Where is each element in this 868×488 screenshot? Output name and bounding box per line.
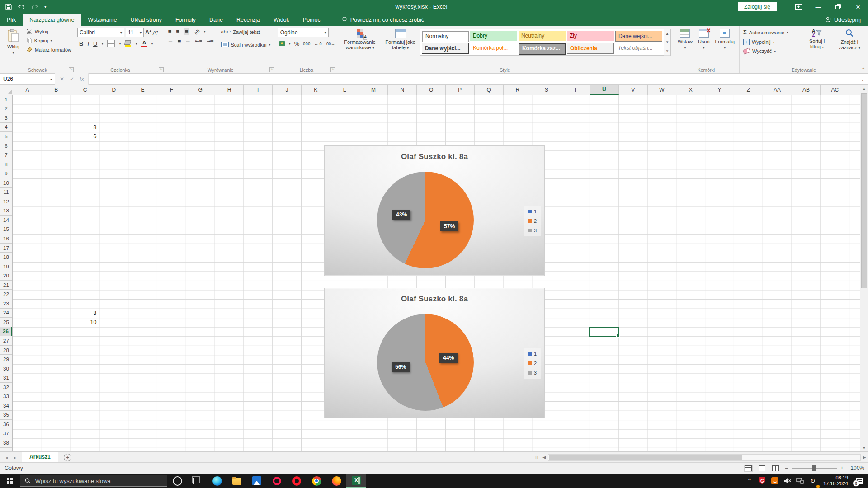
pie-chart-1[interactable]: Olaf Suszko kl. 8a43%57%123: [324, 145, 545, 276]
taskbar-photos[interactable]: [247, 474, 267, 488]
conditional-formatting-button[interactable]: ≠ Formatowaniewarunkowe ▾: [339, 27, 381, 66]
row-header-16[interactable]: 16: [0, 234, 12, 244]
decrease-indent-icon[interactable]: ⇤≡: [195, 38, 202, 44]
align-top-icon[interactable]: ≡: [168, 28, 172, 35]
cell-C5[interactable]: 6: [71, 132, 97, 141]
undo-icon[interactable]: [18, 4, 25, 10]
cell-style-bad[interactable]: Zły: [567, 31, 614, 41]
tab-widok[interactable]: Widok: [267, 14, 296, 26]
grow-font-icon[interactable]: A▴: [145, 29, 151, 36]
scroll-left-icon[interactable]: ◀: [541, 455, 548, 460]
tab-plik[interactable]: Plik: [0, 14, 23, 26]
font-size-combo[interactable]: 11▾: [126, 28, 144, 37]
cell-C4[interactable]: 8: [71, 123, 97, 132]
formula-input[interactable]: [89, 73, 858, 85]
action-center-button[interactable]: 6: [853, 474, 866, 488]
format-cells-button[interactable]: Formatuj ▾: [712, 27, 737, 66]
vertical-scroll-thumb[interactable]: [861, 93, 867, 288]
sheet-prev-icon[interactable]: ◂: [5, 455, 8, 460]
sheet-next-icon[interactable]: ▸: [14, 455, 16, 460]
taskbar-chrome[interactable]: [307, 474, 326, 488]
column-header-I[interactable]: I: [244, 85, 273, 95]
column-header-J[interactable]: J: [273, 85, 302, 95]
column-header-M[interactable]: M: [359, 85, 388, 95]
cell-C25[interactable]: 10: [71, 318, 97, 327]
percent-style-icon[interactable]: %: [294, 40, 300, 47]
format-painter-button[interactable]: Malarz formatów: [25, 46, 73, 53]
column-header-AB[interactable]: AB: [792, 85, 821, 95]
row-header-33[interactable]: 33: [0, 392, 12, 402]
sheet-tab-arkusz1[interactable]: Arkusz1: [22, 452, 58, 463]
tab-narz-dzia-g-wne[interactable]: Narzędzia główne: [23, 14, 81, 26]
row-header-8[interactable]: 8: [0, 160, 12, 169]
column-header-AA[interactable]: AA: [763, 85, 792, 95]
expand-formula-bar-icon[interactable]: ⌄: [858, 73, 868, 85]
cell-style-note[interactable]: Tekst objaśn...: [615, 43, 662, 53]
column-header-Z[interactable]: Z: [734, 85, 763, 95]
row-header-2[interactable]: 2: [0, 104, 12, 114]
row-header-23[interactable]: 23: [0, 299, 12, 309]
cortana-button[interactable]: [167, 474, 187, 488]
tell-me-box[interactable]: Powiedz mi, co chcesz zrobić: [335, 14, 430, 26]
row-header-19[interactable]: 19: [0, 262, 12, 272]
row-header-28[interactable]: 28: [0, 346, 12, 355]
column-header-O[interactable]: O: [417, 85, 446, 95]
column-header-L[interactable]: L: [330, 85, 359, 95]
name-box[interactable]: U26 ▾: [0, 73, 55, 85]
zoom-in-icon[interactable]: +: [840, 465, 844, 471]
page-layout-view-button[interactable]: [758, 465, 767, 472]
cell-style-normal[interactable]: Normalny: [422, 31, 469, 42]
column-header-Y[interactable]: Y: [705, 85, 734, 95]
column-header-N[interactable]: N: [388, 85, 417, 95]
font-color-icon[interactable]: A: [141, 40, 147, 47]
close-button[interactable]: ✕: [848, 0, 868, 14]
fill-color-icon[interactable]: [125, 40, 131, 47]
zoom-slider-thumb[interactable]: [812, 465, 816, 471]
increase-indent-icon[interactable]: ⇥≡: [207, 38, 214, 44]
row-header-3[interactable]: 3: [0, 113, 12, 123]
column-header-A[interactable]: A: [13, 85, 42, 95]
column-header-G[interactable]: G: [186, 85, 215, 95]
restore-button[interactable]: [828, 0, 848, 14]
enter-icon[interactable]: ✓: [70, 76, 74, 82]
zoom-percent[interactable]: 100%: [847, 465, 864, 471]
column-header-H[interactable]: H: [215, 85, 244, 95]
taskbar-clock[interactable]: 08:19 17.10.2024: [820, 475, 852, 487]
column-header-P[interactable]: P: [446, 85, 475, 95]
bold-button[interactable]: B: [79, 40, 83, 47]
column-header-U[interactable]: U: [590, 85, 619, 95]
collapse-ribbon-icon[interactable]: ⌃: [862, 67, 865, 72]
row-header-38[interactable]: 38: [0, 438, 12, 448]
worksheet-grid[interactable]: ABCDEFGHIJKLMNOPQRSTUVWXYZAAABAC 1234567…: [0, 85, 868, 452]
share-button[interactable]: Udostępnij: [825, 14, 868, 26]
row-header-6[interactable]: 6: [0, 141, 12, 151]
row-header-32[interactable]: 32: [0, 383, 12, 392]
cut-button[interactable]: Wytnij: [25, 28, 73, 35]
tab-recenzja[interactable]: Recenzja: [230, 14, 267, 26]
wrap-text-button[interactable]: ab↩ Zawijaj tekst: [219, 28, 273, 36]
paste-button[interactable]: Wklej ▾: [2, 27, 25, 66]
insert-function-icon[interactable]: fx: [80, 76, 84, 82]
sort-filter-button[interactable]: AZ Sortuj ifiltruj ▾: [801, 27, 833, 66]
scroll-up-icon[interactable]: ▲: [860, 85, 868, 93]
row-header-5[interactable]: 5: [0, 132, 12, 141]
sync-update-icon[interactable]: ↻: [807, 474, 819, 488]
gallery-more-icon[interactable]: ⩔: [664, 47, 670, 56]
tab-formu-y[interactable]: Formuły: [169, 14, 203, 26]
horizontal-scrollbar[interactable]: ⁝⁝ ◀ ▶: [533, 452, 868, 463]
column-header-T[interactable]: T: [561, 85, 590, 95]
taskbar-opera[interactable]: [287, 474, 307, 488]
column-header-Q[interactable]: Q: [475, 85, 504, 95]
tab-wstawianie[interactable]: Wstawianie: [81, 14, 124, 26]
row-header-17[interactable]: 17: [0, 244, 12, 253]
row-header-31[interactable]: 31: [0, 373, 12, 383]
scroll-down-icon[interactable]: ▼: [860, 444, 868, 452]
redo-icon[interactable]: [31, 4, 38, 10]
cell-style-input[interactable]: Dane wejści...: [615, 31, 662, 42]
row-header-14[interactable]: 14: [0, 216, 12, 225]
cell-C24[interactable]: 8: [71, 309, 97, 318]
row-header-30[interactable]: 30: [0, 364, 12, 374]
vertical-scrollbar[interactable]: ▲ ▼: [860, 85, 868, 452]
row-header-36[interactable]: 36: [0, 420, 12, 429]
align-middle-icon[interactable]: ≡: [176, 28, 179, 35]
